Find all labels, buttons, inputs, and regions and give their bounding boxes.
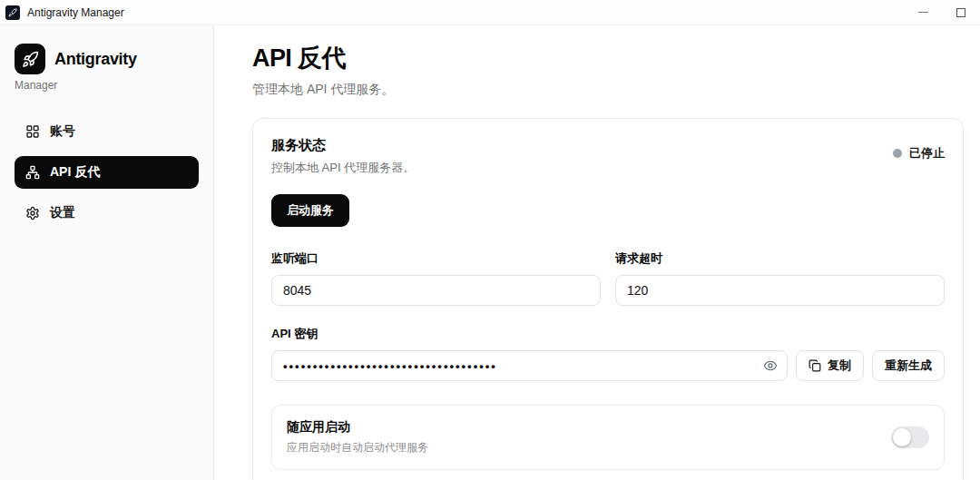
start-service-button[interactable]: 启动服务 (271, 194, 349, 227)
page-title: API 反代 (252, 42, 964, 74)
api-key-label: API 密钥 (271, 326, 945, 342)
brand: Antigravity (15, 44, 199, 74)
copy-button-label: 复制 (828, 358, 851, 374)
sidebar: Antigravity Manager 账号 API 反代 设置 (0, 25, 214, 480)
window-title: Antigravity Manager (27, 6, 124, 19)
status-dot-icon (893, 149, 902, 158)
request-timeout-input[interactable] (615, 275, 945, 306)
autostart-subtitle: 应用启动时自动启动代理服务 (287, 440, 428, 456)
window-controls (904, 0, 980, 24)
brand-name: Antigravity (54, 50, 137, 69)
autostart-card: 随应用启动 应用启动时自动启动代理服务 (271, 405, 945, 470)
minimize-icon[interactable] (904, 0, 942, 24)
sidebar-menu: 账号 API 反代 设置 (15, 115, 199, 230)
sidebar-item-label: API 反代 (50, 164, 100, 181)
request-timeout-field-group: 请求超时 (615, 250, 945, 306)
copy-button[interactable]: 复制 (796, 350, 864, 381)
section-title: 服务状态 (271, 137, 415, 154)
section-subtitle: 控制本地 API 代理服务器。 (271, 160, 415, 176)
status-label: 已停止 (909, 145, 945, 162)
eye-icon[interactable] (761, 357, 779, 375)
api-key-section: API 密钥 复制 重新生成 (271, 326, 945, 381)
brand-subtitle: Manager (15, 79, 199, 92)
listen-port-label: 监听端口 (271, 250, 601, 267)
service-card: 服务状态 控制本地 API 代理服务器。 已停止 启动服务 监听端口 请求超时 (252, 118, 964, 480)
sidebar-item-settings[interactable]: 设置 (15, 197, 199, 230)
listen-port-field-group: 监听端口 (271, 250, 601, 306)
rocket-icon (15, 44, 45, 74)
sidebar-item-label: 账号 (50, 123, 75, 140)
window-titlebar: Antigravity Manager (0, 0, 980, 25)
api-key-input[interactable] (271, 350, 788, 381)
grid-icon (25, 124, 40, 139)
copy-icon (808, 359, 821, 372)
sidebar-item-api-proxy[interactable]: API 反代 (15, 156, 199, 189)
maximize-icon[interactable] (942, 0, 980, 24)
sidebar-item-accounts[interactable]: 账号 (15, 115, 199, 148)
page-subtitle: 管理本地 API 代理服务。 (252, 82, 964, 98)
regenerate-button[interactable]: 重新生成 (872, 350, 945, 381)
gear-icon (25, 206, 40, 220)
app-rocket-icon (5, 5, 20, 20)
request-timeout-label: 请求超时 (615, 250, 945, 267)
autostart-toggle[interactable] (891, 426, 929, 448)
toggle-knob (893, 428, 911, 446)
listen-port-input[interactable] (271, 275, 601, 306)
main-content: API 反代 管理本地 API 代理服务。 服务状态 控制本地 API 代理服务… (214, 25, 980, 480)
sidebar-item-label: 设置 (50, 205, 75, 221)
status-badge: 已停止 (893, 145, 945, 162)
autostart-title: 随应用启动 (287, 419, 428, 436)
network-icon (25, 165, 40, 180)
